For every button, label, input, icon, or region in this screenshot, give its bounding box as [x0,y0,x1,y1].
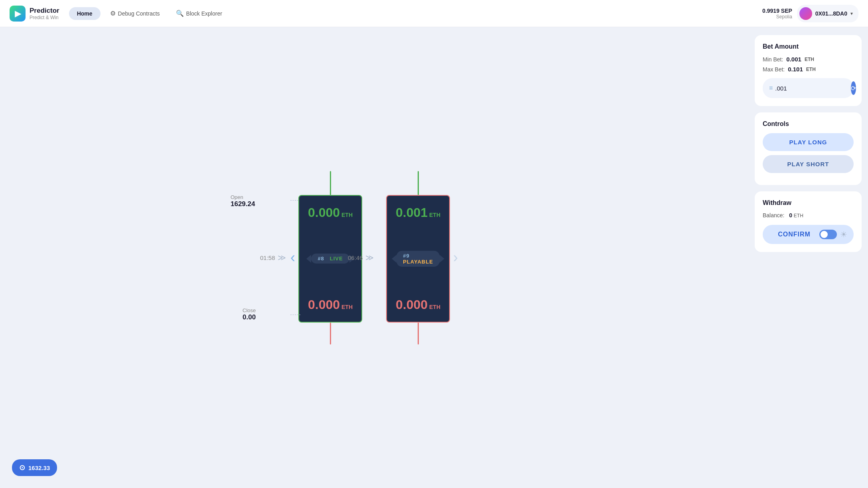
min-bet-label: Min Bet: [763,56,783,63]
candle-8-timer: 01:58 ≫ [260,253,286,262]
max-bet-label: Max Bet: [763,66,785,73]
candle-9-wick-bottom [418,323,419,344]
debug-label: Debug Contracts [118,10,160,17]
sep-balance: 0.9919 SEP Sepolia [762,8,792,20]
ticker-coin-icon: ⊙ [19,463,25,472]
wallet-avatar [799,7,812,20]
min-bet-value: 0.001 [786,56,801,63]
candle-9-timer: 06:46 ≫ [348,253,374,262]
balance-unit: ETH [794,213,803,218]
balance-row: Balance: 0 ETH [763,212,854,218]
wallet-info: 0.9919 SEP Sepolia 0X01...8DA0 ▾ [762,5,858,22]
chevron-down-icon: ▾ [850,11,853,16]
badge-arrow-left-9 [392,255,397,263]
navbar: ▶ Predictor Predict & Win Home ⚙ Debug C… [0,0,868,27]
open-annotation: Open 1629.24 [231,194,255,208]
debug-icon: ⚙ [110,10,116,17]
bet-input-icon: ≡ [769,85,773,92]
candle-8-bottom-eth: ETH [341,304,353,310]
next-candle-button[interactable]: › [450,246,461,269]
right-panel: Bet Amount Min Bet: 0.001 ETH Max Bet: 0… [748,27,868,488]
app-title: Predictor [30,7,59,15]
candle-9-bottom-eth: ETH [429,304,440,310]
candle-8-badge-row: #8 LIVE [306,254,354,264]
max-bet-value: 0.101 [788,66,803,73]
arrow-right-icon-2: ≫ [365,253,374,262]
chart-area: ‹ Open 1629.24 01:58 ≫ [0,27,748,488]
toggle-switch[interactable] [819,230,837,239]
confirm-row: CONFIRM ☀ [763,225,854,244]
min-bet-unit: ETH [805,57,814,62]
confirm-button[interactable]: CONFIRM [769,231,819,238]
app-subtitle: Predict & Win [30,15,59,20]
candle-9: 06:46 ≫ 0.001 ETH #9 [386,171,450,344]
bet-amount-input[interactable] [775,85,851,92]
home-button[interactable]: Home [69,7,101,20]
play-short-button[interactable]: PLAY SHORT [763,155,854,173]
min-bet-row: Min Bet: 0.001 ETH [763,56,854,63]
network-name: Sepolia [762,14,792,20]
search-icon: 🔍 [176,10,184,17]
logo-icon: ▶ [10,6,26,22]
play-long-button[interactable]: PLAY LONG [763,133,854,151]
wallet-address-text: 0X01...8DA0 [815,10,847,17]
max-bet-row: Max Bet: 0.101 ETH [763,66,854,73]
main-content: ‹ Open 1629.24 01:58 ≫ [0,27,868,488]
ticker-price: 1632.33 [28,464,50,471]
refresh-button[interactable]: ⟳ [851,81,856,95]
badge-arrow-left [306,255,311,263]
candle-8-bottom-value: 0.000 ETH [308,297,353,312]
bet-amount-title: Bet Amount [763,43,854,50]
timer-value-8: 01:58 [260,254,275,261]
badge-arrow-right-9 [440,255,444,263]
bet-input-row: ≡ ⟳ [763,78,854,98]
balance-value: 0 [789,212,792,218]
balance-label: Balance: [763,212,784,218]
close-price: 0.00 [243,313,256,321]
candle-8-wick-bottom [330,323,331,344]
logo-arrow-icon: ▶ [15,9,21,18]
open-label-text: Open [231,194,255,200]
toggle-knob [821,231,828,238]
debug-contracts-link[interactable]: ⚙ Debug Contracts [104,6,166,20]
logo-text: Predictor Predict & Win [30,7,59,20]
prev-candle-button[interactable]: ‹ [287,246,298,269]
max-bet-unit: ETH [806,67,816,72]
candle-8-badge: #8 LIVE [311,254,349,264]
candle-8-top-value: 0.000 ETH [308,205,353,220]
wallet-address-button[interactable]: 0X01...8DA0 ▾ [797,5,858,22]
controls-title: Controls [763,120,854,128]
candle-9-top-eth: ETH [429,212,440,218]
block-explorer-link[interactable]: 🔍 Block Explorer [170,6,229,20]
explorer-label: Block Explorer [186,10,222,17]
close-annotation: Close 0.00 [243,307,256,321]
timer-value-9: 06:46 [348,254,363,261]
refresh-icon: ⟳ [851,85,856,92]
candle-9-wick-top [418,171,419,195]
withdraw-title: Withdraw [763,199,854,207]
balance-amount: 0.9919 SEP [762,8,792,14]
candle-8-top-eth: ETH [341,212,353,218]
theme-toggle-button[interactable]: ☀ [840,230,847,239]
arrow-right-icon: ≫ [278,253,286,262]
open-price: 1629.24 [231,200,255,208]
candle-9-badge: #9 PLAYABLE [397,251,440,267]
logo-area: ▶ Predictor Predict & Win [10,6,59,22]
candle-9-badge-row: #9 PLAYABLE [392,251,444,267]
close-dashed-line [290,315,300,315]
price-ticker: ⊙ 1632.33 [12,459,57,476]
withdraw-card: Withdraw Balance: 0 ETH CONFIRM ☀ [755,191,862,252]
candles-wrapper: Open 1629.24 01:58 ≫ 0.000 ETH [298,171,450,344]
bet-amount-card: Bet Amount Min Bet: 0.001 ETH Max Bet: 0… [755,35,862,106]
candle-9-body: 0.001 ETH #9 PLAYABLE 0.000 [386,195,450,323]
candle-8-wick-top [330,171,331,195]
candle-9-top-value: 0.001 ETH [396,205,440,220]
candle-9-bottom-value: 0.000 ETH [396,297,440,312]
close-label-text: Close [243,307,256,313]
controls-card: Controls PLAY LONG PLAY SHORT [755,112,862,185]
